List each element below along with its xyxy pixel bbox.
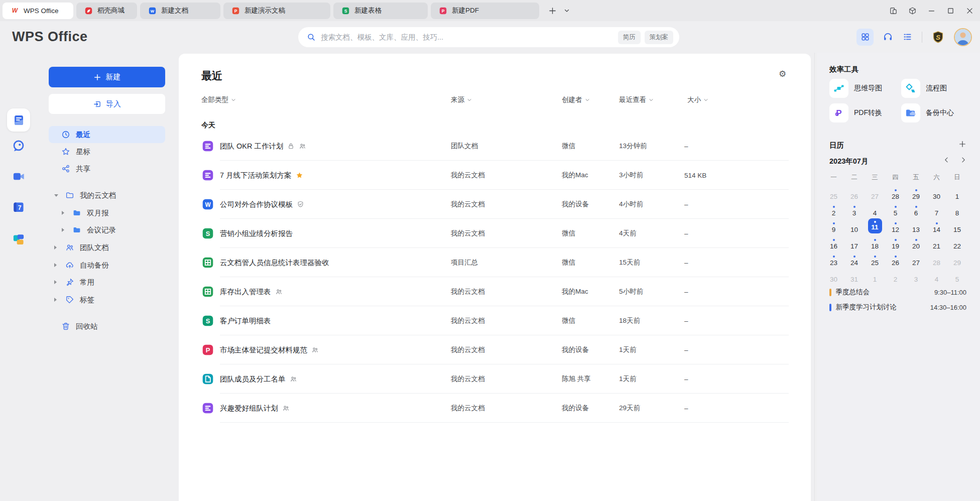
caret-right-icon[interactable] bbox=[54, 298, 57, 302]
filter-4[interactable]: 大小 bbox=[687, 95, 708, 104]
tab-wps-logo[interactable]: WWPS Office bbox=[3, 3, 73, 19]
cube-button[interactable] bbox=[908, 7, 917, 15]
new-tab-button[interactable] bbox=[548, 7, 557, 15]
sidebar-item-auto-backup[interactable]: 自动备份 bbox=[49, 257, 165, 274]
caret-right-icon[interactable] bbox=[54, 263, 57, 267]
sidebar-item-tags[interactable]: 标签 bbox=[49, 291, 165, 308]
calendar-day[interactable]: 30 bbox=[926, 184, 947, 201]
file-row[interactable]: 兴趣爱好组队计划我的云文档我的设备29天前– bbox=[179, 394, 811, 423]
calendar-day[interactable]: 23 bbox=[823, 250, 844, 267]
filter-1[interactable]: 来源 bbox=[451, 95, 472, 104]
minimize-button[interactable] bbox=[927, 7, 936, 15]
sidebar-item-bimonthly-report[interactable]: 双月报 bbox=[49, 204, 165, 221]
tab-presentation[interactable]: P新建演示文稿 bbox=[223, 3, 330, 19]
caret-right-icon[interactable] bbox=[62, 228, 64, 232]
calendar-day[interactable]: 1 bbox=[865, 267, 885, 284]
search-bar[interactable]: 简历 策划案 bbox=[298, 27, 679, 47]
sidebar-item-shared[interactable]: 共享 bbox=[49, 160, 165, 177]
calendar-day[interactable]: 24 bbox=[844, 250, 865, 267]
sidebar-item-frequent[interactable]: 常用 bbox=[49, 274, 165, 291]
search-input[interactable] bbox=[321, 33, 614, 41]
calendar-day[interactable]: 22 bbox=[947, 234, 967, 250]
calendar-day[interactable]: 2 bbox=[885, 267, 906, 284]
sidebar-item-recent[interactable]: 最近 bbox=[49, 126, 165, 143]
calendar-day[interactable]: 16 bbox=[823, 234, 844, 250]
new-document-button[interactable]: 新建 bbox=[49, 67, 165, 87]
calendar-day[interactable]: 7 bbox=[926, 201, 947, 217]
file-row[interactable]: 云文档管人员信息统计表理器验收项目汇总微信15天前– bbox=[179, 248, 811, 277]
search-tag-plan[interactable]: 策划案 bbox=[645, 31, 674, 44]
calendar-day[interactable]: 18 bbox=[865, 234, 885, 250]
rail-item-chat[interactable] bbox=[12, 139, 26, 155]
calendar-day[interactable]: 29 bbox=[906, 184, 926, 201]
calendar-day[interactable]: 4 bbox=[926, 267, 947, 284]
tool-mindmap[interactable]: 思维导图 bbox=[829, 79, 882, 98]
rail-item-calendar[interactable]: 7 bbox=[12, 200, 26, 216]
file-row[interactable]: 团队成员及分工名单我的云文档陈旭 共享1天前– bbox=[179, 364, 811, 394]
calendar-day[interactable]: 8 bbox=[947, 201, 967, 217]
maximize-button[interactable] bbox=[946, 7, 955, 15]
rail-item-apps[interactable] bbox=[12, 233, 26, 248]
tab-writer[interactable]: W新建文档 bbox=[140, 3, 220, 19]
headset-button[interactable] bbox=[883, 32, 893, 42]
calendar-day[interactable]: 14 bbox=[926, 217, 947, 234]
calendar-day[interactable]: 30 bbox=[823, 267, 844, 284]
calendar-day[interactable]: 25 bbox=[823, 184, 844, 201]
sidebar-item-starred[interactable]: 星标 bbox=[49, 143, 165, 160]
search-tag-resume[interactable]: 简历 bbox=[618, 31, 641, 44]
tool-pdf-convert[interactable]: PPDF转换 bbox=[829, 103, 882, 122]
calendar-day[interactable]: 11 bbox=[865, 217, 885, 234]
calendar-day[interactable]: 9 bbox=[823, 217, 844, 234]
sidebar-item-team-docs[interactable]: 团队文档 bbox=[49, 239, 165, 256]
calendar-day[interactable]: 2 bbox=[823, 201, 844, 217]
calendar-day[interactable]: 1 bbox=[947, 184, 967, 201]
tab-docer[interactable]: 稻壳商城 bbox=[76, 3, 137, 19]
calendar-day[interactable]: 29 bbox=[947, 250, 967, 267]
calendar-day[interactable]: 25 bbox=[865, 250, 885, 267]
sidebar-item-recycle-bin[interactable]: 回收站 bbox=[49, 318, 165, 335]
filter-2[interactable]: 创建者 bbox=[562, 95, 590, 104]
caret-right-icon[interactable] bbox=[62, 211, 64, 215]
calendar-event[interactable]: 新季度学习计划讨论14:30–16:00 bbox=[829, 303, 966, 312]
import-button[interactable]: 导入 bbox=[49, 94, 165, 114]
list-settings-gear-icon[interactable]: ⚙ bbox=[779, 69, 786, 79]
calendar-day[interactable]: 26 bbox=[844, 184, 865, 201]
calendar-event[interactable]: 季度总结会9:30–11:00 bbox=[829, 288, 966, 297]
caret-right-icon[interactable] bbox=[54, 280, 57, 284]
file-row[interactable]: P市场主体登记提交材料规范我的云文档我的设备1天前– bbox=[179, 335, 811, 364]
calendar-day[interactable]: 3 bbox=[844, 201, 865, 217]
sidebar-item-my-cloud-docs[interactable]: 我的云文档 bbox=[49, 187, 165, 204]
menu-lines-button[interactable] bbox=[902, 32, 913, 42]
calendar-day[interactable]: 17 bbox=[844, 234, 865, 250]
tab-pdf[interactable]: P新建PDF bbox=[431, 3, 539, 19]
calendar-day[interactable]: 21 bbox=[926, 234, 947, 250]
apps-grid-button[interactable] bbox=[856, 29, 874, 46]
calendar-day[interactable]: 28 bbox=[885, 184, 906, 201]
calendar-next-icon[interactable] bbox=[960, 157, 966, 163]
calendar-day[interactable]: 27 bbox=[906, 250, 926, 267]
tool-flowchart[interactable]: 流程图 bbox=[901, 79, 947, 98]
tab-list-chevron-icon[interactable] bbox=[564, 8, 570, 14]
calendar-day[interactable]: 4 bbox=[865, 201, 885, 217]
filter-3[interactable]: 最近查看 bbox=[619, 95, 654, 104]
rail-item-meeting[interactable] bbox=[12, 170, 26, 185]
calendar-day[interactable]: 10 bbox=[844, 217, 865, 234]
calendar-day[interactable]: 31 bbox=[844, 267, 865, 284]
calendar-day[interactable]: 15 bbox=[947, 217, 967, 234]
device-button[interactable] bbox=[889, 7, 898, 15]
calendar-day[interactable]: 5 bbox=[885, 201, 906, 217]
file-row[interactable]: W公司对外合作协议模板我的云文档我的设备4小时前– bbox=[179, 190, 811, 219]
calendar-day[interactable]: 27 bbox=[865, 184, 885, 201]
calendar-day[interactable]: 26 bbox=[885, 250, 906, 267]
calendar-day[interactable]: 3 bbox=[906, 267, 926, 284]
rail-item-docs[interactable] bbox=[7, 108, 30, 132]
calendar-day[interactable]: 13 bbox=[906, 217, 926, 234]
tool-backup-center[interactable]: 备份中心 bbox=[901, 103, 954, 122]
file-row[interactable]: 库存出入管理表我的云文档我的Mac5小时前– bbox=[179, 277, 811, 306]
file-row[interactable]: 7 月线下活动策划方案我的云文档我的Mac3小时前514 KB bbox=[179, 161, 811, 190]
tab-sheet[interactable]: S新建表格 bbox=[333, 3, 428, 19]
add-event-plus-icon[interactable] bbox=[958, 140, 966, 148]
calendar-day[interactable]: 12 bbox=[885, 217, 906, 234]
file-row[interactable]: S营销小组业绩分析报告我的云文档微信4天前– bbox=[179, 219, 811, 248]
user-avatar[interactable] bbox=[954, 28, 972, 46]
